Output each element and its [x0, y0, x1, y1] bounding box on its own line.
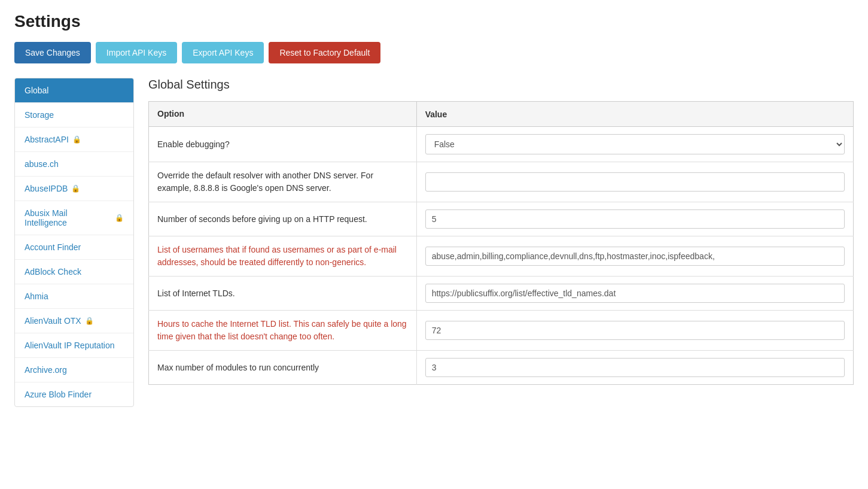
table-row: Number of seconds before giving up on a …: [149, 202, 854, 236]
input-http_timeout[interactable]: [425, 209, 845, 229]
section-title: Global Settings: [148, 78, 854, 92]
sidebar-item-accountfinder[interactable]: Account Finder: [15, 235, 133, 260]
col-header-option: Option: [149, 102, 417, 127]
value-cell-dns_resolver: [416, 162, 853, 202]
value-cell-tld_list: [416, 277, 853, 311]
option-cell-max_concurrent: Max number of modules to run concurrentl…: [149, 351, 417, 385]
lock-icon: 🔒: [72, 135, 81, 144]
value-cell-usernames_list: [416, 236, 853, 277]
value-cell-max_concurrent: [416, 351, 853, 385]
sidebar-label-abstractapi: AbstractAPI: [25, 135, 69, 144]
sidebar-label-accountfinder: Account Finder: [25, 242, 81, 252]
reset-factory-default-button[interactable]: Reset to Factory Default: [269, 42, 380, 63]
sidebar-item-ahmia[interactable]: Ahmia: [15, 284, 133, 309]
lock-icon: 🔒: [71, 184, 80, 193]
input-dns_resolver[interactable]: [425, 172, 845, 192]
table-row: List of usernames that if found as usern…: [149, 236, 854, 277]
sidebar-item-abusixmail[interactable]: Abusix Mail Intelligence🔒: [15, 201, 133, 235]
col-header-value: Value: [416, 102, 853, 127]
table-row: Max number of modules to run concurrentl…: [149, 351, 854, 385]
sidebar-label-archiveorg: Archive.org: [25, 365, 67, 375]
sidebar-label-abusixmail: Abusix Mail Intelligence: [25, 208, 111, 227]
lock-icon: 🔒: [115, 214, 124, 222]
sidebar-item-abstractapi[interactable]: AbstractAPI🔒: [15, 127, 133, 152]
export-api-keys-button[interactable]: Export API Keys: [182, 42, 264, 63]
table-row: List of Internet TLDs.: [149, 277, 854, 311]
sidebar-label-abuseipdb: AbuseIPDB: [25, 184, 68, 193]
option-cell-dns_resolver: Override the default resolver with anoth…: [149, 162, 417, 202]
sidebar-item-alienvaultotx[interactable]: AlienVault OTX🔒: [15, 309, 133, 333]
sidebar-item-alienvaultip[interactable]: AlienVault IP Reputation: [15, 333, 133, 358]
save-changes-button[interactable]: Save Changes: [14, 42, 91, 63]
sidebar-label-alienvaultotx: AlienVault OTX: [25, 316, 81, 326]
option-cell-tld_cache_hours: Hours to cache the Internet TLD list. Th…: [149, 311, 417, 351]
table-row: Override the default resolver with anoth…: [149, 162, 854, 202]
sidebar-item-azureblobfinder[interactable]: Azure Blob Finder: [15, 382, 133, 406]
table-row: Hours to cache the Internet TLD list. Th…: [149, 311, 854, 351]
value-cell-enable_debugging: FalseTrue: [416, 127, 853, 162]
option-cell-usernames_list: List of usernames that if found as usern…: [149, 236, 417, 277]
main-layout: GlobalStorageAbstractAPI🔒abuse.chAbuseIP…: [14, 78, 854, 407]
value-cell-tld_cache_hours: [416, 311, 853, 351]
sidebar-item-abuseipdb[interactable]: AbuseIPDB🔒: [15, 177, 133, 201]
sidebar-item-archiveorg[interactable]: Archive.org: [15, 358, 133, 382]
input-usernames_list[interactable]: [425, 247, 845, 266]
sidebar-item-abusech[interactable]: abuse.ch: [15, 152, 133, 177]
sidebar-item-storage[interactable]: Storage: [15, 103, 133, 127]
sidebar: GlobalStorageAbstractAPI🔒abuse.chAbuseIP…: [14, 78, 134, 407]
value-cell-http_timeout: [416, 202, 853, 236]
table-row: Enable debugging?FalseTrue: [149, 127, 854, 162]
option-cell-http_timeout: Number of seconds before giving up on a …: [149, 202, 417, 236]
sidebar-label-azureblobfinder: Azure Blob Finder: [25, 390, 92, 399]
input-max_concurrent[interactable]: [425, 358, 845, 377]
lock-icon: 🔒: [85, 317, 94, 325]
select-enable_debugging[interactable]: FalseTrue: [425, 134, 845, 154]
page-title: Settings: [14, 12, 854, 31]
sidebar-item-adblockcheck[interactable]: AdBlock Check: [15, 260, 133, 284]
input-tld_list[interactable]: [425, 284, 845, 303]
sidebar-label-storage: Storage: [25, 110, 54, 120]
sidebar-label-global: Global: [25, 86, 48, 95]
input-tld_cache_hours[interactable]: [425, 321, 845, 340]
option-cell-enable_debugging: Enable debugging?: [149, 127, 417, 162]
sidebar-label-alienvaultip: AlienVault IP Reputation: [25, 341, 114, 350]
toolbar: Save Changes Import API Keys Export API …: [14, 42, 854, 63]
content-area: Global Settings Option Value Enable debu…: [134, 78, 854, 385]
option-cell-tld_list: List of Internet TLDs.: [149, 277, 417, 311]
sidebar-label-adblockcheck: AdBlock Check: [25, 267, 81, 277]
sidebar-label-abusech: abuse.ch: [25, 159, 59, 169]
sidebar-label-ahmia: Ahmia: [25, 291, 48, 301]
sidebar-item-global[interactable]: Global: [15, 78, 133, 103]
settings-table: Option Value Enable debugging?FalseTrueO…: [148, 101, 854, 385]
import-api-keys-button[interactable]: Import API Keys: [96, 42, 177, 63]
